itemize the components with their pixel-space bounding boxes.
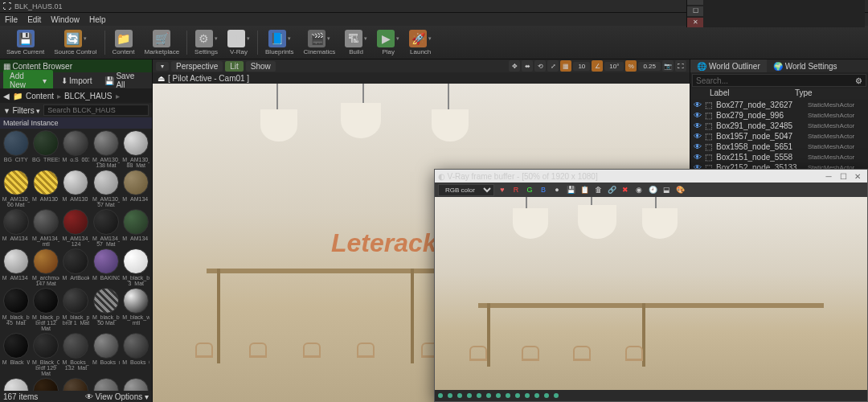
material-item[interactable]: M_AM130_brdf 66 Mat (2, 170, 30, 207)
material-item[interactable]: M_Bronze_mtl brdf 40 Mat (31, 378, 59, 391)
r-channel-button[interactable]: R (510, 184, 522, 195)
viewport-options-button[interactable]: ▾ (156, 62, 169, 71)
minimize-button[interactable]: ─ (687, 0, 703, 5)
material-item[interactable]: M_AM134_24_shoe_01_mtl (2, 209, 30, 247)
search-options-icon[interactable]: ⚙ (855, 76, 862, 85)
material-item[interactable]: M_black_white mtl (122, 288, 150, 331)
toolbar-v-ray-button[interactable]: ◐▾ V-Ray (223, 28, 255, 57)
material-item[interactable]: M_Books_roughness_mtl (92, 333, 120, 376)
visibility-icon[interactable]: 👁 (694, 132, 702, 141)
toolbar-build-button[interactable]: 🏗▾ Build (340, 28, 372, 57)
menu-edit[interactable]: Edit (27, 15, 41, 24)
breadcrumb-folder[interactable]: BLCK_HAUS (64, 92, 112, 100)
material-item[interactable]: M_Books_Small_Shelf_brdf 63 (2, 378, 30, 391)
material-item[interactable]: M_cabinet (122, 378, 150, 391)
visibility-icon[interactable]: 👁 (694, 100, 702, 109)
toolbar-settings-button[interactable]: ⚙▾ Settings (190, 28, 223, 57)
tab-world-outliner[interactable]: 🌐World Outliner (690, 59, 767, 72)
angle-size[interactable]: 10° (604, 62, 624, 71)
material-item[interactable]: M_Books_brdf 132_Mat (62, 333, 90, 376)
toolbar-marketplace-button[interactable]: 🛒 Marketplace (140, 28, 185, 57)
toolbar-source-control-button[interactable]: 🔄▾ Source Control (49, 28, 101, 57)
g-channel-button[interactable]: G (524, 184, 535, 195)
channel-select[interactable]: RGB color (438, 184, 494, 196)
vfb-render-view[interactable] (435, 197, 867, 390)
vfb-close-button[interactable]: ✕ (851, 171, 864, 181)
copy-icon[interactable]: 📋 (579, 184, 590, 195)
compare-icon[interactable]: ⬓ (661, 184, 672, 195)
vfb-titlebar[interactable]: ◐ V-Ray frame buffer - [50% of 1920 x 10… (435, 170, 867, 183)
material-item[interactable]: M_AM130_brdf 138 Mat (92, 130, 120, 168)
material-item[interactable]: M_AM130_brdf 88_Mat (122, 130, 150, 168)
link-icon[interactable]: 🔗 (606, 184, 617, 195)
visibility-icon[interactable]: 👁 (694, 121, 702, 130)
heart-icon[interactable]: ♥ (497, 184, 508, 195)
toolbar-launch-button[interactable]: 🚀▾ Launch (404, 28, 436, 57)
material-item[interactable]: M_AM134_38_brdf 124 (62, 209, 90, 247)
outliner-row[interactable]: 👁 ⬚ Box1957_node_5047 StaticMeshActor (690, 131, 868, 142)
scale-snap-icon[interactable]: % (625, 60, 637, 72)
vfb-maximize-button[interactable]: ☐ (837, 171, 850, 181)
maximize-button[interactable]: ☐ (687, 6, 703, 16)
search-input[interactable] (43, 105, 149, 116)
material-item[interactable]: M_AM130_035_007_mtl (62, 170, 90, 207)
outliner-search[interactable]: Search... ⚙ (692, 74, 866, 87)
material-item[interactable]: M_AM134_39_bottle_glass (122, 209, 150, 247)
toolbar-blueprints-button[interactable]: 📘▾ Blueprints (260, 28, 299, 57)
region-icon[interactable]: ✖ (620, 184, 631, 195)
material-grid[interactable]: BG_CITY BG_TREES1 M_o.S_003_002_mtl M_AM… (0, 129, 152, 391)
import-button[interactable]: ⬇Import (56, 75, 96, 87)
toolbar-save-current-button[interactable]: 💾 Save Current (2, 28, 49, 57)
material-item[interactable]: BG_TREES1 (31, 130, 59, 168)
material-item[interactable]: BG_CITY (2, 130, 30, 168)
filters-button[interactable]: ▼ Filters ▾ (3, 106, 40, 115)
material-item[interactable]: M_AM130_brdf 57 Mat (92, 170, 120, 207)
scale-size[interactable]: 0.25 (638, 62, 661, 71)
menu-help[interactable]: Help (89, 15, 106, 24)
menu-file[interactable]: File (5, 15, 18, 24)
material-item[interactable]: M_AM134_sticker_mtl (2, 248, 30, 286)
material-item[interactable]: M_black_brdf 3_Mat (122, 248, 150, 286)
vray-frame-buffer-window[interactable]: ◐ V-Ray frame buffer - [50% of 1920 x 10… (434, 169, 868, 402)
outliner-row[interactable]: 👁 ⬚ Box2151_node_5558 StaticMeshActor (690, 152, 868, 162)
outliner-row[interactable]: 👁 ⬚ Box1958_node_5651 StaticMeshActor (690, 142, 868, 152)
material-item[interactable]: M_Black_Ceramic_mtl brdf 129 Mat (31, 333, 59, 376)
material-item[interactable]: M_o.S_003_002_mtl (62, 130, 90, 168)
material-item[interactable]: M_black_plastic_mtl brdf 112 Mat (31, 288, 59, 331)
material-item[interactable]: M_archmodels102_brdf 147 Mat (31, 248, 59, 286)
transform-icon[interactable]: ✥ (509, 60, 520, 72)
material-item[interactable]: M_AM134_35_002_06 mtl (31, 209, 59, 247)
material-item[interactable]: M_black_brdf 45_Mat (2, 288, 30, 331)
breadcrumb-content[interactable]: Content (26, 92, 54, 100)
show-button[interactable]: Show (246, 61, 276, 72)
outliner-row[interactable]: 👁 ⬚ Box279_node_996 StaticMeshActor (690, 110, 868, 121)
back-icon[interactable]: ◀ (3, 92, 10, 100)
move-icon[interactable]: ⬌ (522, 60, 533, 72)
save-icon[interactable]: 💾 (565, 184, 576, 195)
outliner-row[interactable]: 👁 ⬚ Box277_node_32627 StaticMeshActor (690, 100, 868, 110)
material-item[interactable]: M_black_brdf 50 Mat (92, 288, 120, 331)
mono-icon[interactable]: ● (551, 184, 563, 195)
material-item[interactable]: M_AM130_035_005_mtl (31, 170, 59, 207)
visibility-icon[interactable]: 👁 (694, 111, 702, 120)
cc-icon[interactable]: 🎨 (674, 184, 686, 195)
material-item[interactable]: M_ArtBooks_005_04_mtl (62, 248, 90, 286)
toolbar-play-button[interactable]: ▶▾ Play (372, 28, 404, 57)
close-button[interactable]: ✕ (687, 18, 703, 27)
material-item[interactable]: M_brown_brdf_75_Mat (62, 378, 90, 391)
material-item[interactable]: M_black_plastic_mtl brdf 1_Mat (62, 288, 90, 331)
vfb-minimize-button[interactable]: ─ (822, 171, 835, 181)
menu-window[interactable]: Window (51, 15, 80, 24)
material-item[interactable]: M_BAKING_Normals_mtl (92, 248, 120, 286)
grid-size[interactable]: 10 (573, 62, 590, 71)
material-item[interactable]: M_AM134_38_brdf 57_Mat (92, 209, 120, 247)
perspective-button[interactable]: Perspective (171, 61, 223, 72)
b-channel-button[interactable]: B (538, 184, 549, 195)
grid-snap-icon[interactable]: ▦ (560, 60, 571, 72)
material-item[interactable]: M_Books_02 (122, 333, 150, 376)
toolbar-content-button[interactable]: 📁 Content (108, 28, 140, 57)
visibility-icon[interactable]: 👁 (694, 153, 702, 162)
angle-snap-icon[interactable]: ∠ (592, 60, 603, 72)
camera-speed-icon[interactable]: 📷 (662, 60, 674, 72)
scale-icon[interactable]: ⤢ (547, 60, 559, 72)
